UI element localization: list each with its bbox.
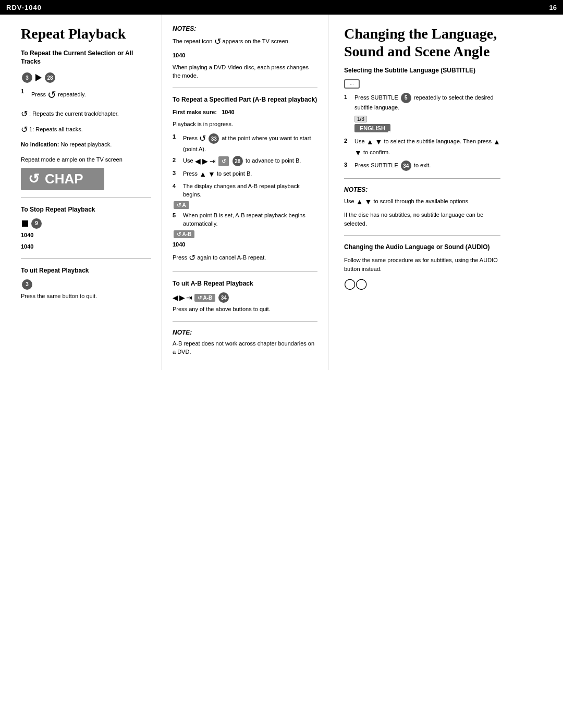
ab-step2: 2 Use ◀ ▶ ⇥ ↺ 28 to advance to point B. xyxy=(173,156,317,167)
right-divider-1 xyxy=(344,178,500,179)
step1-num: 1 xyxy=(21,87,29,96)
btn-ab-row: ↺ A-B xyxy=(173,230,317,238)
notes-heading: NOTES: xyxy=(173,25,317,32)
header-bar: RDV-1040 16 xyxy=(0,0,563,15)
col-middle: NOTES: The repeat icon ↺ appears on the … xyxy=(162,15,328,370)
notes-text-1: The repeat icon ↺ appears on the TV scre… xyxy=(173,35,317,48)
ab-step1-num: 1 xyxy=(173,132,181,141)
quit-ab-row: ◀ ▶ ⇥ ↺ A-B 34 xyxy=(173,292,317,303)
note-heading: NOTE: xyxy=(173,329,317,336)
first-make-sure-label: First make sure: xyxy=(173,109,217,115)
badge-34: 28 xyxy=(232,156,243,166)
chap-display-box: ↺ CHAP xyxy=(21,168,104,190)
note-text: A-B repeat does not work across chapter … xyxy=(173,339,317,356)
arrow-right-quit: ▶ xyxy=(179,293,185,302)
repeat1-icon: ↺ xyxy=(21,125,28,134)
col-right: Changing the Language, Sound and Scene A… xyxy=(328,15,511,370)
audio-section-heading: Changing the Audio Language or Sound (AU… xyxy=(344,243,500,252)
repeat-icon-row: ↺ : Repeats the current track/chapter. xyxy=(21,108,151,120)
repeat-ab-icon: ↺ xyxy=(222,157,226,165)
tv-display-area: 1/3 ENGLISH xyxy=(354,116,500,132)
right-step1-text: Press SUBTITLE 5 repeatedly to select th… xyxy=(354,93,500,112)
no-indication-label: No indication: xyxy=(21,141,59,147)
divider-1 xyxy=(21,198,151,198)
repeat-current-heading: To Repeat the Current Selection or All T… xyxy=(21,49,151,67)
header-page: 16 xyxy=(549,4,557,11)
col-left: Repeat Playback To Repeat the Current Se… xyxy=(0,15,162,370)
right-step2: 2 Use ▲ ▼ to select the subtitle languag… xyxy=(344,137,500,158)
no-indication-row: No indication: No repeat playback. xyxy=(21,140,151,149)
arrow-up-r2b: ▲ xyxy=(493,137,500,147)
badge-28: 28 xyxy=(45,72,55,83)
subtitle-dots: ··· xyxy=(350,81,354,87)
no-indication-text: No repeat playback. xyxy=(60,141,112,147)
repeat-playback-title: Repeat Playback xyxy=(21,25,151,43)
audio-icon-area: ◯◯ xyxy=(344,277,500,290)
first-make-sure-desc: Playback is in progress. xyxy=(173,120,317,129)
ab-step2-text: Use ◀ ▶ ⇥ ↺ 28 to advance to point B. xyxy=(183,156,301,167)
model-1040b: 1040 xyxy=(21,242,151,251)
divider-2 xyxy=(21,258,151,259)
arrow-down-r2: ▼ xyxy=(375,137,383,147)
ab-step3-text: Press ▲ ▼ to set point B. xyxy=(183,169,252,180)
arrow-down-3: ▼ xyxy=(208,169,215,180)
badge-34b: 34 xyxy=(218,292,229,303)
audio-icon: ◯◯ xyxy=(344,278,367,289)
right-step3-num: 3 xyxy=(344,161,352,169)
badge-3: 3 xyxy=(22,72,32,83)
badge-3b: 3 xyxy=(22,279,32,290)
btn-a-display: ↺ A xyxy=(174,201,189,209)
quit-ab-desc: Press any of the above buttons to quit. xyxy=(173,305,317,314)
ab-step4-num: 4 xyxy=(173,182,181,191)
repeat-ab-icon2: ↺ xyxy=(177,231,181,237)
right-divider-2 xyxy=(344,235,500,236)
btn-ab-quit: ↺ A-B xyxy=(194,294,215,302)
right-step1: 1 Press SUBTITLE 5 repeatedly to select … xyxy=(344,93,500,112)
arrow-up-3: ▲ xyxy=(199,169,206,180)
header-model: RDV-1040 xyxy=(6,4,42,11)
middle-divider-3 xyxy=(173,321,317,322)
right-notes-heading: NOTES: xyxy=(344,186,500,193)
subtitle-tv-icon-area: ··· xyxy=(344,79,500,89)
ab-step2-num: 2 xyxy=(173,156,181,165)
model-1040a: 1040 xyxy=(21,231,151,240)
repeat-icon-quit: ↺ xyxy=(198,295,202,301)
quit-desc: Press the same button to quit. xyxy=(21,292,151,301)
audio-desc: Follow the same procedure as for subtitl… xyxy=(344,256,500,273)
right-step3-text: Press SUBTITLE 34 to exit. xyxy=(354,161,431,171)
repeat-icon-ab1: ↺ xyxy=(199,134,206,143)
repeat-icon-mid: ↺ xyxy=(189,253,195,262)
play-icon xyxy=(35,74,42,81)
repeat-desc: : Repeats the current track/chapter. xyxy=(29,110,119,117)
badge-5: 5 xyxy=(401,93,411,103)
btn-ab-display: ↺ A-B xyxy=(174,230,194,238)
right-title-line1: Changing the Language, xyxy=(344,26,497,42)
quit-badge-row: 3 xyxy=(21,279,151,290)
model-1040-2: 1040 xyxy=(222,109,234,115)
ab-step4: 4 The display changes and A-B repeat pla… xyxy=(173,182,317,199)
right-step3: 3 Press SUBTITLE 34 to exit. xyxy=(344,161,500,171)
repeat-icon-2: ↺ xyxy=(21,109,28,118)
skip-icon-quit: ⇥ xyxy=(186,293,192,302)
badge-33: 33 xyxy=(209,133,219,144)
ab-step4-text: The display changes and A-B repeat playb… xyxy=(183,182,317,199)
quit-ab-heading: To uit A-B Repeat Playback xyxy=(173,279,317,288)
middle-divider-1 xyxy=(173,88,317,88)
repeat1-label: 1: xyxy=(29,126,34,132)
ab-step1: 1 Press ↺ 33 at the point where you want… xyxy=(173,132,317,154)
arrow-left-2: ◀ xyxy=(195,156,201,167)
stop-icon xyxy=(22,220,28,227)
step1-text: Press ↺ repeatedly. xyxy=(31,87,86,103)
ab-repeat-heading: To Repeat a Specified Part (A-B repeat p… xyxy=(173,95,317,104)
skip-icon-2: ⇥ xyxy=(210,157,216,165)
ab-step5-text: When point B is set, A-B repeat playback… xyxy=(183,211,317,228)
right-step2-text: Use ▲ ▼ to select the subtitle language.… xyxy=(354,137,500,158)
arrow-up-notes: ▲ xyxy=(356,196,363,207)
arrow-up-r2: ▲ xyxy=(366,137,374,147)
badge-34-r: 34 xyxy=(401,161,411,171)
right-step1-num: 1 xyxy=(344,93,352,102)
subtitle-icon-box: ··· xyxy=(344,79,360,89)
arrow-left-quit: ◀ xyxy=(173,293,178,302)
btn-a-row: ↺ A xyxy=(173,201,317,209)
step1-row: 1 Press ↺ repeatedly. xyxy=(21,87,151,106)
